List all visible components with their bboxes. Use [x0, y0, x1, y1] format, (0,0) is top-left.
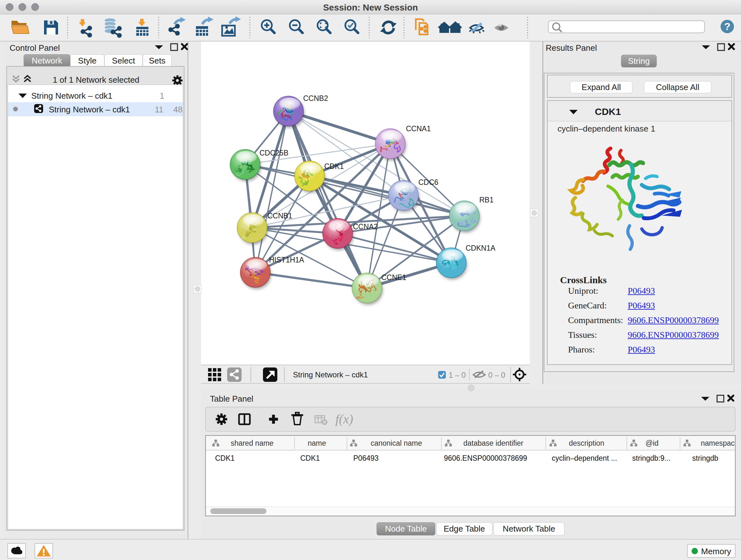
svg-text:f(x): f(x): [335, 412, 353, 426]
svg-text:stringdb: stringdb: [692, 454, 718, 462]
svg-text:CCNB2: CCNB2: [303, 94, 328, 103]
svg-text:CDK1: CDK1: [215, 454, 234, 462]
svg-text:shared name: shared name: [231, 439, 273, 447]
svg-text:CDC6: CDC6: [418, 178, 439, 186]
svg-text:CDK1: CDK1: [300, 454, 320, 462]
svg-text:CCNA2: CCNA2: [353, 223, 378, 231]
svg-text:CCNE1: CCNE1: [381, 273, 406, 282]
svg-text:CCNB1: CCNB1: [267, 212, 292, 220]
svg-text:CCNA1: CCNA1: [406, 125, 431, 133]
svg-text:name: name: [308, 439, 326, 447]
svg-text:String Network – cdk1: String Network – cdk1: [293, 370, 368, 379]
svg-text:CDKN1A: CDKN1A: [466, 244, 495, 252]
svg-text:description: description: [569, 439, 604, 447]
svg-text:HIST1H1A: HIST1H1A: [269, 256, 305, 264]
svg-text:cyclin–dependent ...: cyclin–dependent ...: [552, 454, 617, 462]
svg-text:namespace: namespace: [701, 439, 735, 447]
svg-text:P06493: P06493: [353, 454, 379, 462]
svg-text:canonical name: canonical name: [370, 439, 422, 447]
svg-text:stringdb:9...: stringdb:9...: [632, 454, 670, 462]
svg-text:@id: @id: [645, 439, 658, 447]
svg-text:1 – 0: 1 – 0: [449, 371, 466, 379]
svg-text:database identifier: database identifier: [463, 439, 523, 447]
svg-text:9606.ENSP00000378699: 9606.ENSP00000378699: [444, 454, 527, 462]
svg-text:RB1: RB1: [479, 196, 494, 204]
svg-text:CDK1: CDK1: [324, 162, 344, 171]
svg-text:0 – 0: 0 – 0: [488, 371, 505, 379]
svg-text:CDC25B: CDC25B: [259, 149, 288, 157]
